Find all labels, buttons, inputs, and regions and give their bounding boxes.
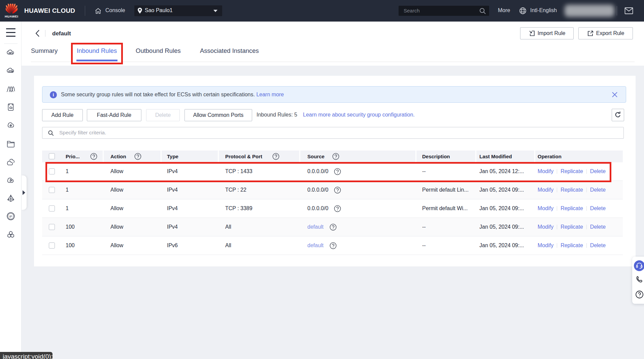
svg-text:IP: IP bbox=[9, 215, 12, 218]
